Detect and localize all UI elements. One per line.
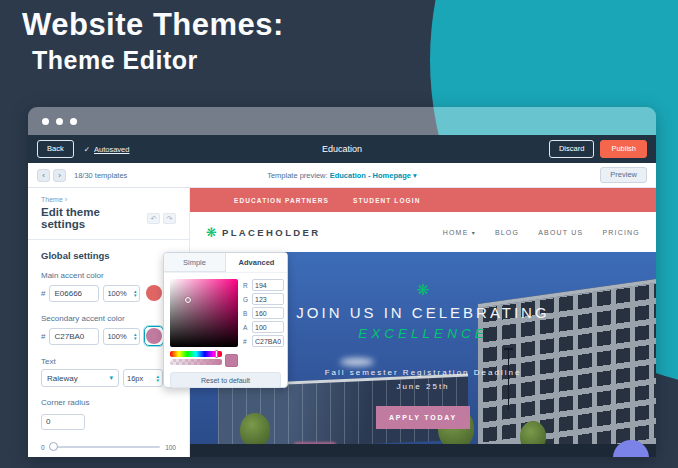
channel-a-input[interactable] bbox=[252, 321, 284, 333]
chevron-down-icon: ▾ bbox=[472, 230, 476, 236]
picker-sliders bbox=[170, 351, 238, 367]
channel-r-input[interactable] bbox=[252, 279, 284, 291]
global-settings-heading: Global settings bbox=[41, 250, 176, 261]
nav-link-home[interactable]: HOME ▾ bbox=[443, 229, 476, 236]
chevron-down-icon: ▾ bbox=[109, 374, 113, 382]
slider-handle[interactable] bbox=[49, 442, 58, 451]
redo-icon[interactable]: ↷ bbox=[163, 213, 176, 224]
flower-logo-icon: ❋ bbox=[206, 226, 217, 239]
chevron-left-icon[interactable]: ‹ bbox=[37, 169, 50, 182]
channel-row-g: G bbox=[243, 293, 284, 305]
gradient-cursor[interactable] bbox=[185, 297, 191, 303]
channel-row-b: B bbox=[243, 307, 284, 319]
template-counter: 18/30 templates bbox=[74, 171, 127, 180]
page-title-line2: Theme Editor bbox=[22, 44, 284, 76]
secondary-accent-label: Secondary accent color bbox=[41, 314, 176, 323]
font-size-stepper[interactable]: 16px ▴▾ bbox=[123, 369, 163, 387]
stepper-arrows-icon[interactable]: ▴▾ bbox=[156, 374, 159, 382]
history-controls: ↶ ↷ bbox=[147, 213, 176, 224]
hue-slider-handle[interactable] bbox=[215, 350, 218, 358]
slider-min-label: 0 bbox=[41, 444, 45, 451]
channel-row-hex: # bbox=[243, 335, 284, 347]
color-channel-inputs: R G B A # bbox=[243, 279, 284, 367]
window-dot-icon[interactable] bbox=[70, 118, 77, 125]
breadcrumb-theme[interactable]: Theme bbox=[41, 196, 63, 203]
hash-prefix: # bbox=[243, 338, 249, 345]
sidebar-header: Edit theme settings ↶ ↷ bbox=[41, 206, 176, 230]
secondary-accent-opacity-value: 100% bbox=[107, 332, 126, 341]
main-accent-row: # 100% ▴▾ bbox=[41, 283, 176, 303]
main-accent-hex-input[interactable] bbox=[49, 285, 99, 302]
reset-to-default-button[interactable]: Reset to default bbox=[170, 372, 281, 388]
stepper-arrows-icon[interactable]: ▴▾ bbox=[134, 289, 137, 297]
site-nav-bar: ❋ PLACEHOLDER HOME ▾ BLOG ABOUT US PRICI… bbox=[190, 212, 656, 252]
breadcrumb[interactable]: Theme › bbox=[41, 196, 176, 203]
saturation-gradient-field[interactable] bbox=[170, 279, 238, 347]
current-color-swatch bbox=[225, 354, 238, 367]
utility-link-student-login[interactable]: STUDENT LOGIN bbox=[353, 197, 420, 204]
window-dot-icon[interactable] bbox=[56, 118, 63, 125]
hue-slider[interactable] bbox=[170, 351, 222, 357]
text-row: Raleway ▾ 16px ▴▾ bbox=[41, 369, 176, 387]
corner-radius-slider: 0 100 bbox=[41, 444, 176, 451]
browser-window: Back ✓ Autosaved Education Discard Publi… bbox=[28, 107, 656, 457]
channel-label: A bbox=[243, 324, 249, 331]
secondary-accent-swatch[interactable] bbox=[146, 328, 162, 344]
tab-advanced[interactable]: Advanced bbox=[226, 253, 287, 272]
channel-label: G bbox=[243, 296, 249, 303]
page-title-line1: Website Themes: bbox=[22, 6, 284, 44]
topbar-actions: Discard Publish bbox=[549, 140, 647, 158]
autosaved-label: Autosaved bbox=[94, 145, 129, 154]
autosaved-status[interactable]: ✓ Autosaved bbox=[84, 145, 130, 154]
window-dot-icon[interactable] bbox=[42, 118, 49, 125]
channel-label: B bbox=[243, 310, 249, 317]
back-button[interactable]: Back bbox=[37, 140, 74, 158]
browser-titlebar bbox=[28, 107, 656, 135]
secondary-accent-hex-input[interactable] bbox=[49, 328, 99, 345]
utility-link-education-partners[interactable]: EDUCATION PARTNERS bbox=[234, 197, 329, 204]
window-controls bbox=[42, 118, 77, 125]
nav-link-pricing[interactable]: PRICING bbox=[602, 229, 640, 236]
chevron-right-icon[interactable]: › bbox=[53, 169, 66, 182]
main-accent-opacity-stepper[interactable]: 100% ▴▾ bbox=[103, 285, 140, 302]
channel-g-input[interactable] bbox=[252, 293, 284, 305]
tab-simple[interactable]: Simple bbox=[164, 253, 226, 272]
brand-name: PLACEHOLDER bbox=[222, 227, 321, 238]
nav-link-about-us[interactable]: ABOUT US bbox=[538, 229, 583, 236]
utility-nav-bar: EDUCATION PARTNERS STUDENT LOGIN bbox=[190, 188, 656, 212]
color-picker-left bbox=[170, 279, 238, 367]
chevron-down-icon[interactable]: ▾ bbox=[413, 171, 417, 180]
channel-label: R bbox=[243, 282, 249, 289]
stepper-arrows-icon[interactable]: ▴▾ bbox=[134, 332, 137, 340]
template-bar: ‹ › 18/30 templates Template preview: Ed… bbox=[28, 163, 656, 188]
channel-row-r: R bbox=[243, 279, 284, 291]
main-accent-label: Main accent color bbox=[41, 271, 176, 280]
site-nav-links: HOME ▾ BLOG ABOUT US PRICING bbox=[443, 229, 640, 236]
undo-icon[interactable]: ↶ bbox=[147, 213, 160, 224]
slider-max-label: 100 bbox=[165, 444, 176, 451]
page: Website Themes: Theme Editor Back ✓ Auto… bbox=[0, 0, 678, 468]
publish-button[interactable]: Publish bbox=[600, 140, 647, 158]
main-accent-opacity-value: 100% bbox=[107, 289, 126, 298]
slider-track[interactable] bbox=[50, 446, 161, 448]
corner-radius-label: Corner radius bbox=[41, 398, 176, 407]
nav-link-blog[interactable]: BLOG bbox=[495, 229, 519, 236]
secondary-accent-opacity-stepper[interactable]: 100% ▴▾ bbox=[103, 328, 140, 345]
site-logo[interactable]: ❋ PLACEHOLDER bbox=[206, 226, 321, 239]
corner-radius-input[interactable] bbox=[41, 414, 85, 430]
color-picker-popup: Simple Advanced bbox=[163, 252, 288, 388]
check-icon: ✓ bbox=[84, 145, 90, 154]
discard-button[interactable]: Discard bbox=[549, 140, 594, 158]
picker-hex-input[interactable] bbox=[252, 335, 284, 347]
plaza-decoration bbox=[190, 444, 656, 457]
alpha-slider[interactable] bbox=[170, 359, 222, 365]
apply-today-button[interactable]: APPLY TODAY bbox=[376, 406, 470, 429]
divider bbox=[28, 239, 189, 240]
font-family-value: Raleway bbox=[47, 374, 78, 383]
font-family-select[interactable]: Raleway ▾ bbox=[41, 369, 119, 387]
preview-button[interactable]: Preview bbox=[600, 167, 647, 183]
editor-body: Theme › Edit theme settings ↶ ↷ Global s… bbox=[28, 188, 656, 457]
template-preview-value[interactable]: Education - Homepage bbox=[330, 171, 411, 180]
main-accent-swatch[interactable] bbox=[146, 285, 162, 301]
channel-b-input[interactable] bbox=[252, 307, 284, 319]
